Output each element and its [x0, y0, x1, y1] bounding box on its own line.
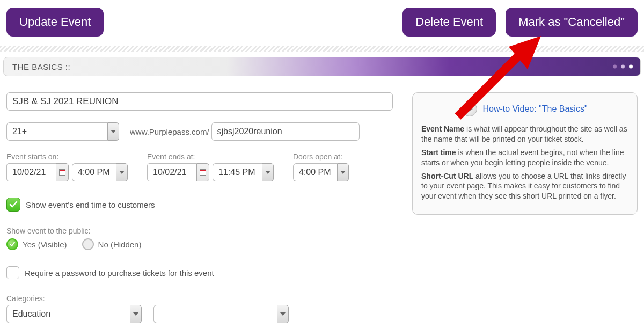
section-title: THE BASICS :: [12, 62, 70, 71]
chevron-down-icon[interactable] [337, 163, 349, 181]
url-slug-input[interactable] [211, 122, 360, 141]
start-time-select[interactable] [72, 163, 128, 181]
end-date-value[interactable] [147, 163, 196, 181]
chevron-down-icon[interactable] [107, 122, 119, 141]
help-shortcut-url: Short-Cut URL allows you to choose a URL… [421, 171, 628, 202]
doors-time-value[interactable] [293, 163, 337, 181]
require-password-label: Require a password to purchase tickets f… [25, 268, 214, 278]
howto-video-link[interactable]: How-to Video: "The Basics" [482, 104, 587, 114]
url-prefix-label: www.Purplepass.com/ [130, 127, 209, 136]
section-dots-icon [613, 65, 633, 69]
require-password-checkbox[interactable] [6, 266, 19, 279]
end-time-select[interactable] [213, 163, 274, 181]
start-date-input[interactable] [6, 163, 69, 181]
start-time-value[interactable] [72, 163, 116, 181]
chevron-down-icon[interactable] [262, 163, 274, 181]
event-name-input[interactable] [6, 92, 393, 111]
doors-label: Doors open at: [293, 152, 349, 161]
end-time-value[interactable] [213, 163, 262, 181]
help-event-name: Event Name is what will appear throughou… [421, 124, 628, 144]
play-icon[interactable] [462, 101, 477, 116]
visibility-no-radio[interactable]: No (Hidden) [82, 238, 142, 250]
visibility-no-label: No (Hidden) [98, 240, 142, 249]
visibility-yes-radio[interactable]: Yes (Visible) [6, 238, 67, 250]
section-header-basics: THE BASICS :: [3, 57, 641, 76]
age-restriction-value[interactable] [6, 122, 107, 141]
chevron-down-icon[interactable] [116, 163, 128, 181]
calendar-icon[interactable] [196, 163, 209, 181]
show-end-time-checkbox[interactable] [6, 198, 20, 212]
start-date-value[interactable] [6, 163, 56, 181]
visibility-label: Show event to the public: [6, 227, 393, 235]
category-1-value[interactable] [6, 305, 130, 323]
spacer [104, 8, 402, 37]
doors-time-select[interactable] [293, 163, 349, 181]
delete-event-button[interactable]: Delete Event [402, 8, 496, 37]
age-restriction-select[interactable] [6, 122, 119, 141]
divider [0, 46, 644, 52]
start-label: Event starts on: [6, 152, 128, 161]
end-label: Event ends at: [147, 152, 274, 161]
show-end-time-label: Show event's end time to customers [26, 200, 155, 209]
categories-label: Categories: [6, 294, 393, 303]
chevron-down-icon[interactable] [130, 305, 142, 323]
category-2-value[interactable] [153, 305, 277, 323]
help-start-time: Start time is when the actual event begi… [421, 148, 628, 168]
mark-cancelled-button[interactable]: Mark as "Cancelled" [506, 8, 638, 37]
help-panel: How-to Video: "The Basics" Event Name is… [412, 92, 638, 215]
calendar-icon[interactable] [56, 163, 69, 181]
chevron-down-icon[interactable] [277, 305, 289, 323]
category-1-select[interactable] [6, 305, 142, 323]
visibility-yes-label: Yes (Visible) [23, 240, 67, 249]
end-date-input[interactable] [147, 163, 209, 181]
category-2-select[interactable] [153, 305, 289, 323]
update-event-button[interactable]: Update Event [6, 8, 104, 37]
